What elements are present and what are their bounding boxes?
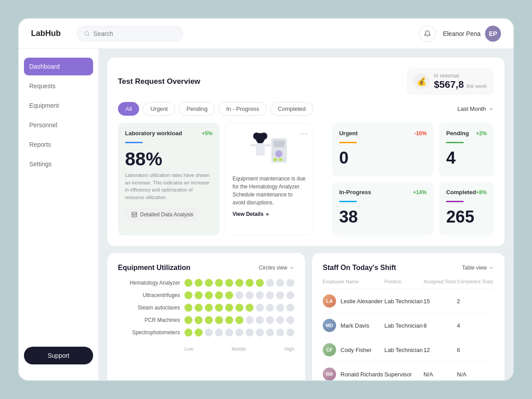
user-info[interactable]: Eleanor Pena EP — [443, 26, 501, 42]
equip-row-hematology: Hematology Analyzer — [118, 279, 294, 287]
logo: LabHub — [31, 29, 61, 38]
stat-urgent: Urgent -10% 0 — [332, 123, 434, 176]
svg-rect-2 — [132, 212, 137, 217]
equipment-title: Equipment Utilization — [118, 264, 191, 272]
revenue-box: 💰 In revenue $567,8 this week — [407, 68, 494, 95]
equip-row-pcr: PCR Machines — [118, 316, 294, 324]
sidebar-item-settings[interactable]: Settings — [19, 155, 98, 173]
dot — [235, 316, 243, 324]
dots-steam — [184, 304, 294, 312]
more-options-icon[interactable]: ⋯ — [300, 129, 308, 138]
stat-urgent-header: Urgent -10% — [339, 130, 426, 137]
staff-row-name: RR Ronald Richards — [323, 368, 384, 380]
staff-card: Staff On Today's Shift Table view Employ… — [312, 253, 505, 380]
revenue-info: In revenue $567,8 this week — [434, 73, 487, 90]
dot — [286, 329, 294, 336]
dot — [286, 316, 294, 324]
dot — [276, 279, 284, 287]
dot — [215, 316, 223, 324]
stat-pending-header: Pending +2% — [446, 130, 487, 137]
equipment-card: Equipment Utilization Circles view Hemat… — [107, 253, 305, 380]
dot — [215, 329, 223, 336]
stats-grid: Laboratory workload +5% 88% Laboratory u… — [118, 123, 494, 235]
search-box[interactable] — [77, 26, 183, 41]
search-icon — [84, 31, 90, 37]
dot — [256, 291, 264, 299]
equip-label-hematology: Hematology Analyzer — [118, 280, 180, 286]
table-view-button[interactable]: Table view — [462, 265, 494, 271]
dots-ultracentrifuges — [184, 291, 294, 299]
dot — [205, 279, 213, 287]
dot — [195, 279, 203, 287]
dot — [246, 304, 254, 312]
revenue-label: In revenue — [434, 73, 487, 79]
urgent-title: Urgent — [339, 130, 358, 137]
svg-point-4 — [253, 133, 260, 140]
maintenance-illustration — [232, 130, 306, 170]
sidebar-item-dashboard[interactable]: Dashboard — [24, 58, 93, 75]
analysis-label: Detailed Data Analysis — [140, 211, 193, 218]
completed-title: Completed — [446, 189, 476, 196]
dot — [225, 329, 233, 336]
sidebar-item-requests[interactable]: Requests — [19, 77, 98, 95]
filter-all[interactable]: All — [118, 102, 139, 116]
notification-button[interactable] — [419, 25, 436, 42]
staff-position: Lab Technician — [384, 289, 423, 313]
dot — [256, 279, 264, 287]
staff-header: Staff On Today's Shift Table view — [323, 264, 494, 272]
dot — [256, 304, 264, 312]
staff-completed-tests: N/A — [457, 362, 494, 381]
filter-completed[interactable]: Completed — [270, 102, 313, 116]
date-filter[interactable]: Last Month — [458, 106, 494, 112]
dot — [276, 329, 284, 336]
staff-row-name: LA Leslie Alexander — [323, 294, 384, 308]
pending-value: 4 — [446, 149, 487, 168]
stat-inprogress-header: In-Progress +14% — [339, 189, 426, 196]
svg-line-1 — [88, 35, 89, 35]
search-input[interactable] — [94, 30, 176, 37]
equip-label-ultracentrifuges: Ultracentrifuges — [118, 292, 180, 298]
pending-title: Pending — [446, 130, 469, 137]
staff-name-cell: LA Leslie Alexander — [323, 289, 384, 313]
dot — [235, 279, 243, 287]
staff-row-name: MD Mark Davis — [323, 319, 384, 332]
staff-completed-tests: 2 — [457, 289, 494, 313]
inprogress-badge: +14% — [413, 189, 426, 196]
circles-view-button[interactable]: Circles view — [259, 265, 294, 271]
view-details-link[interactable]: View Details » — [232, 211, 306, 217]
dot — [246, 291, 254, 299]
filter-pending[interactable]: Pending — [179, 102, 215, 116]
circles-view-label: Circles view — [259, 265, 287, 271]
completed-underline — [446, 201, 464, 202]
dot — [195, 329, 203, 336]
chevron-down-icon — [289, 265, 294, 270]
dot — [184, 304, 192, 312]
dot — [256, 316, 264, 324]
equip-label-pcr: PCR Machines — [118, 317, 180, 323]
svg-point-11 — [275, 150, 282, 157]
header-right: Eleanor Pena EP — [419, 25, 501, 42]
dot — [195, 291, 203, 299]
urgent-value: 0 — [339, 149, 426, 168]
bottom-grid: Equipment Utilization Circles view Hemat… — [107, 253, 505, 380]
table-row: RR Ronald Richards Supervisor N/A N/A — [323, 362, 494, 381]
lab-badge: +5% — [202, 130, 212, 137]
lab-illustration — [247, 132, 291, 169]
staff-name: Mark Davis — [340, 322, 369, 329]
lab-underline — [125, 142, 143, 143]
user-name: Eleanor Pena — [443, 30, 481, 37]
chevron-down-icon — [489, 106, 494, 112]
equip-row-steam: Steam autoclaves — [118, 304, 294, 312]
staff-completed-tests: 6 — [457, 338, 494, 362]
urgent-badge: -10% — [414, 130, 426, 137]
sidebar-item-personnel[interactable]: Personnel — [19, 116, 98, 134]
filter-urgent[interactable]: Urgent — [143, 102, 175, 116]
sidebar-item-equipment[interactable]: Equipment — [19, 97, 98, 114]
dot — [205, 304, 213, 312]
analysis-button[interactable]: Detailed Data Analysis — [125, 208, 200, 221]
dot — [276, 316, 284, 324]
support-button[interactable]: Support — [24, 347, 93, 364]
sidebar-item-reports[interactable]: Reports — [19, 136, 98, 153]
filter-inprogress[interactable]: In - Progress — [219, 102, 266, 116]
staff-table: Employee Name Position Assigned Tests Co… — [323, 279, 494, 380]
